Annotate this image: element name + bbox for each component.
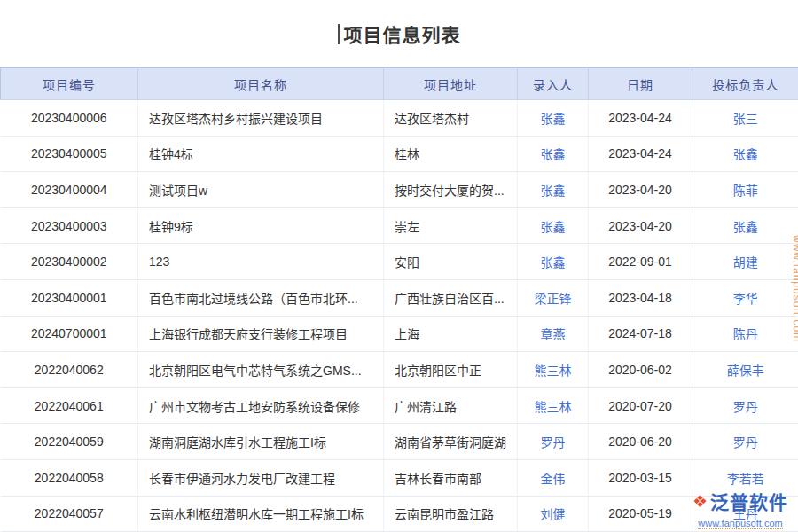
project-name-cell: 百色市南北过境线公路（百色市北环... [138,279,384,316]
project-date-cell: 2022-09-01 [589,244,692,280]
project-date-cell: 2020-03-15 [589,459,692,496]
bid-manager-link[interactable]: 张三 [692,100,798,137]
project-name-cell: 湖南洞庭湖水库引水工程施工I标 [138,424,384,460]
project-address-cell: 北京朝阳区中正 [384,352,518,388]
entry-person-link[interactable]: 张鑫 [518,244,589,280]
project-date-cell: 2024-07-18 [589,316,692,352]
project-date-cell: 2023-04-18 [589,279,692,316]
project-address-cell: 广州清江路 [384,387,518,424]
table-row: 20240700001上海银行成都天府支行装修工程项目上海章燕2024-07-1… [1,316,798,352]
entry-person-link[interactable]: 梁正锋 [518,279,589,316]
project-address-cell: 达孜区塔杰村 [384,100,518,137]
project-date-cell: 2023-04-24 [589,100,692,137]
column-header-date: 日期 [589,68,692,100]
project-name-cell: 达孜区塔杰村乡村振兴建设项目 [138,100,384,137]
project-date-cell: 2023-04-20 [589,207,692,244]
project-name-cell: 长春市伊通河水力发电厂改建工程 [138,459,384,496]
header-row: 项目编号项目名称项目地址录入人日期投标负责人 [1,68,798,100]
project-code-cell: 2022040058 [1,459,138,496]
project-address-cell: 安阳 [384,244,518,280]
table-header: 项目编号项目名称项目地址录入人日期投标负责人 [1,68,798,100]
column-header-address: 项目地址 [384,68,518,100]
table-row: 20230400006达孜区塔杰村乡村振兴建设项目达孜区塔杰村张鑫2023-04… [1,100,798,137]
project-code-cell: 2022040062 [1,352,138,388]
project-date-cell: 2023-04-24 [589,136,692,172]
bid-manager-link[interactable]: 胡建 [692,244,798,280]
project-date-cell: 2020-05-19 [589,496,692,532]
project-name-cell: 桂钟4标 [138,136,384,172]
project-name-cell: 云南水利枢纽潜明水库一期工程施工I标 [138,496,384,532]
page: 项目信息列表 项目编号项目名称项目地址录入人日期投标负责人 2023040000… [0,0,798,532]
bid-manager-link[interactable]: 陈丹 [692,316,798,352]
table-row: 2022040059湖南洞庭湖水库引水工程施工I标湖南省茅草街洞庭湖罗丹2020… [1,424,798,460]
entry-person-link[interactable]: 熊三林 [518,387,589,424]
entry-person-link[interactable]: 熊三林 [518,352,589,388]
bid-manager-link[interactable]: 罗丹 [692,387,798,424]
bid-manager-link[interactable]: 罗丹 [692,424,798,460]
project-name-cell: 广州市文物考古工地安防系统设备保修 [138,387,384,424]
project-code-cell: 20230400002 [1,244,138,280]
project-address-cell: 广西壮族自治区百... [384,279,518,316]
project-code-cell: 2022040057 [1,496,138,532]
title-bar: 项目信息列表 [0,0,798,67]
project-name-cell: 北京朝阳区电气中芯特气系统之GMS... [138,352,384,388]
bid-manager-link[interactable]: 李华 [692,279,798,316]
bid-manager-link[interactable]: 张鑫 [692,207,798,244]
table-row: 2022040062北京朝阳区电气中芯特气系统之GMS...北京朝阳区中正熊三林… [1,352,798,388]
project-code-cell: 2022040061 [1,387,138,424]
column-header-bid: 投标负责人 [692,68,798,100]
entry-person-link[interactable]: 章燕 [518,316,589,352]
project-code-cell: 20230400003 [1,207,138,244]
table-row: 2022040061广州市文物考古工地安防系统设备保修广州清江路熊三林2020-… [1,387,798,424]
project-name-cell: 测试项目w [138,172,384,208]
bid-manager-link[interactable]: 薛保丰 [692,352,798,388]
bid-manager-link[interactable]: 张鑫 [692,136,798,172]
bid-manager-link[interactable]: 王丹 [692,496,798,532]
project-code-cell: 20230400001 [1,279,138,316]
project-code-cell: 20230400005 [1,136,138,172]
project-date-cell: 2020-06-20 [589,424,692,460]
table-row: 20230400004测试项目w按时交付大厦的贺...张鑫2023-04-20陈… [1,172,798,208]
entry-person-link[interactable]: 张鑫 [518,207,589,244]
project-address-cell: 上海 [384,316,518,352]
bid-manager-link[interactable]: 陈菲 [692,172,798,208]
entry-person-link[interactable]: 张鑫 [518,100,589,137]
project-address-cell: 按时交付大厦的贺... [384,172,518,208]
entry-person-link[interactable]: 刘健 [518,496,589,532]
table-row: 20230400003桂钟9标崇左张鑫2023-04-20张鑫 [1,207,798,244]
column-header-name: 项目名称 [138,68,384,100]
entry-person-link[interactable]: 罗丹 [518,424,589,460]
project-date-cell: 2023-04-20 [589,172,692,208]
table-row: 20230400002123安阳张鑫2022-09-01胡建 [1,244,798,280]
entry-person-link[interactable]: 张鑫 [518,136,589,172]
project-name-cell: 桂钟9标 [138,207,384,244]
project-code-cell: 20230400006 [1,100,138,137]
entry-person-link[interactable]: 金伟 [518,459,589,496]
bid-manager-link[interactable]: 李若若 [692,459,798,496]
project-address-cell: 桂林 [384,136,518,172]
project-address-cell: 崇左 [384,207,518,244]
project-name-cell: 123 [138,244,384,280]
entry-person-link[interactable]: 张鑫 [518,172,589,208]
project-date-cell: 2020-07-20 [589,387,692,424]
text-cursor [338,24,340,44]
table-row: 2022040057云南水利枢纽潜明水库一期工程施工I标云南昆明市盈江路刘健20… [1,496,798,532]
project-code-cell: 2022040059 [1,424,138,460]
column-header-entry: 录入人 [518,68,589,100]
table-body: 20230400006达孜区塔杰村乡村振兴建设项目达孜区塔杰村张鑫2023-04… [1,100,798,532]
page-title: 项目信息列表 [344,20,461,47]
project-address-cell: 湖南省茅草街洞庭湖 [384,424,518,460]
table-row: 20230400005桂钟4标桂林张鑫2023-04-24张鑫 [1,136,798,172]
project-code-cell: 20230400004 [1,172,138,208]
project-address-cell: 云南昆明市盈江路 [384,496,518,532]
project-name-cell: 上海银行成都天府支行装修工程项目 [138,316,384,352]
table-row: 2022040058长春市伊通河水力发电厂改建工程吉林长春市南部金伟2020-0… [1,459,798,496]
project-date-cell: 2020-06-02 [589,352,692,388]
project-code-cell: 20240700001 [1,316,138,352]
column-header-code: 项目编号 [1,68,138,100]
project-address-cell: 吉林长春市南部 [384,459,518,496]
project-table: 项目编号项目名称项目地址录入人日期投标负责人 20230400006达孜区塔杰村… [0,67,798,532]
table-row: 20230400001百色市南北过境线公路（百色市北环...广西壮族自治区百..… [1,279,798,316]
